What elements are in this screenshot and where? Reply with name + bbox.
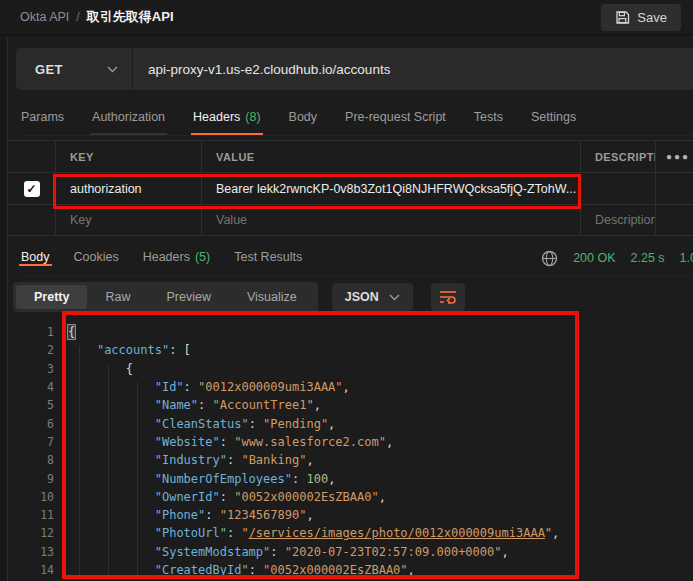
- code-text: "SystemModstamp": "2020-07-23T02:57:09.0…: [54, 545, 509, 559]
- json-token: "PhotoUrl": [155, 526, 227, 540]
- line-number: 12: [8, 526, 54, 540]
- request-tab-body[interactable]: Body: [289, 100, 318, 135]
- code-line-13: 13 "SystemModstamp": "2020-07-23T02:57:0…: [8, 543, 693, 561]
- json-token: ,: [379, 490, 386, 504]
- code-line-9: 9 "NumberOfEmployees": 100,: [8, 469, 693, 487]
- request-title-bar: Okta API / 取引先取得API Save: [0, 0, 693, 36]
- line-number: 9: [8, 472, 54, 486]
- row-checkbox-cell: ✓: [8, 173, 55, 204]
- header-key-cell[interactable]: authorization: [55, 173, 201, 204]
- json-token: :: [227, 453, 241, 467]
- code-text: {: [54, 325, 75, 339]
- row-actions-cell: [655, 173, 693, 204]
- json-token: "www.salesforce2.com": [234, 435, 386, 449]
- json-token: "Phone": [155, 508, 206, 522]
- header-row-empty: Key Value Description: [8, 204, 693, 236]
- code-text: "Name": "AccountTree1",: [54, 398, 321, 412]
- json-token: :: [292, 472, 306, 486]
- method-value: GET: [35, 62, 63, 77]
- json-token: :: [270, 545, 284, 559]
- response-meta: 200 OK 2.25 s 1.0: [541, 250, 693, 267]
- request-tab-headers[interactable]: Headers(8): [193, 100, 261, 135]
- response-tab-body[interactable]: Body: [21, 250, 50, 266]
- line-number: 6: [8, 417, 54, 431]
- response-header: BodyCookiesHeaders(5)Test Results 200 OK…: [21, 240, 693, 277]
- json-token: ,: [343, 380, 350, 394]
- request-url-bar: GET api-proxy-v1.us-e2.cloudhub.io/accou…: [16, 48, 693, 90]
- code-line-14: 14 "CreatedById": "0052x000002EsZBAA0",: [8, 561, 693, 579]
- json-token: "Website": [155, 435, 220, 449]
- line-number: 2: [8, 343, 54, 357]
- line-number: 1: [8, 325, 54, 339]
- status-badge[interactable]: 200 OK: [573, 251, 615, 265]
- response-size[interactable]: 1.0: [680, 251, 693, 265]
- response-tab-test-results[interactable]: Test Results: [234, 250, 302, 266]
- response-tab-headers[interactable]: Headers(5): [143, 250, 211, 266]
- request-tab-params[interactable]: Params: [21, 100, 64, 135]
- url-input[interactable]: api-proxy-v1.us-e2.cloudhub.io/accounts: [133, 48, 693, 90]
- json-token: "1234567890": [220, 508, 307, 522]
- response-time[interactable]: 2.25 s: [631, 251, 665, 265]
- json-token: :: [205, 508, 219, 522]
- json-token: "0012x000009umi3AAA": [198, 380, 343, 394]
- json-token: "NumberOfEmployees": [155, 472, 292, 486]
- chevron-down-icon: [107, 66, 118, 73]
- code-line-8: 8 "Industry": "Banking",: [8, 451, 693, 469]
- headers-table: KEY VALUE DESCRIPTION ●●● ✓ authorizatio…: [8, 140, 693, 236]
- json-token: {: [68, 325, 75, 339]
- empty-checkbox-cell: [8, 205, 55, 235]
- code-line-11: 11 "Phone": "1234567890",: [8, 506, 693, 524]
- view-mode-visualize[interactable]: Visualize: [229, 285, 315, 309]
- json-token: :: [198, 398, 212, 412]
- view-mode-preview[interactable]: Preview: [148, 285, 228, 309]
- json-token: ": [241, 526, 248, 540]
- json-token: ,: [386, 435, 393, 449]
- network-globe-icon[interactable]: [541, 250, 558, 267]
- json-token: "SystemModstamp": [155, 545, 271, 559]
- json-token: {: [126, 362, 133, 376]
- request-tab-tests[interactable]: Tests: [474, 100, 503, 135]
- indent-guide: [108, 364, 109, 575]
- view-mode-pretty[interactable]: Pretty: [16, 285, 87, 309]
- json-token: ,: [552, 526, 559, 540]
- empty-actions-cell: [655, 205, 693, 235]
- window-edge-strip: [0, 38, 8, 581]
- more-options-icon[interactable]: ●●●: [655, 141, 693, 172]
- format-dropdown[interactable]: JSON: [332, 283, 413, 311]
- response-body-editor[interactable]: 1{2 "accounts": [3 {4 "Id": "0012x000009…: [8, 318, 693, 581]
- breadcrumb-collection[interactable]: Okta API: [20, 10, 69, 24]
- save-button[interactable]: Save: [601, 4, 681, 31]
- breadcrumb-request-name[interactable]: 取引先取得API: [87, 8, 174, 26]
- row-checkbox[interactable]: ✓: [24, 181, 40, 197]
- request-tab-pre-request-script[interactable]: Pre-request Script: [345, 100, 446, 135]
- json-token: : [: [169, 343, 191, 357]
- method-selector[interactable]: GET: [16, 48, 133, 90]
- header-description-cell[interactable]: [580, 173, 655, 204]
- column-key: KEY: [55, 141, 201, 172]
- json-token: "0052x000002EsZBAA0": [263, 563, 408, 577]
- value-placeholder[interactable]: Value: [201, 205, 580, 235]
- description-placeholder[interactable]: Description: [580, 205, 655, 235]
- api-client-window: Okta API / 取引先取得API Save GET api-proxy-v…: [0, 0, 693, 581]
- json-token: "accounts": [97, 343, 169, 357]
- request-tab-settings[interactable]: Settings: [531, 100, 576, 135]
- response-tab-cookies[interactable]: Cookies: [74, 250, 119, 266]
- line-number: 13: [8, 545, 54, 559]
- json-link-value[interactable]: /services/images/photo/0012x000009umi3AA…: [249, 526, 545, 540]
- code-line-10: 10 "OwnerId": "0052x000002EsZBAA0",: [8, 488, 693, 506]
- line-number: 7: [8, 435, 54, 449]
- select-all-cell: [8, 141, 55, 172]
- header-value-cell[interactable]: Bearer lekk2rwncKP-0v8b3Zot1Qi8NJHFRWQck…: [201, 173, 580, 204]
- json-token: "Id": [155, 380, 184, 394]
- code-text: "OwnerId": "0052x000002EsZBAA0",: [54, 490, 386, 504]
- key-placeholder[interactable]: Key: [55, 205, 201, 235]
- code-text: "NumberOfEmployees": 100,: [54, 472, 335, 486]
- json-token: :: [249, 563, 263, 577]
- line-number: 10: [8, 490, 54, 504]
- code-text: {: [54, 362, 133, 376]
- json-token: ,: [314, 398, 321, 412]
- wrap-lines-button[interactable]: [431, 283, 465, 311]
- json-token: "0052x000002EsZBAA0": [234, 490, 379, 504]
- view-mode-raw[interactable]: Raw: [87, 285, 148, 309]
- request-tab-authorization[interactable]: Authorization: [92, 100, 165, 135]
